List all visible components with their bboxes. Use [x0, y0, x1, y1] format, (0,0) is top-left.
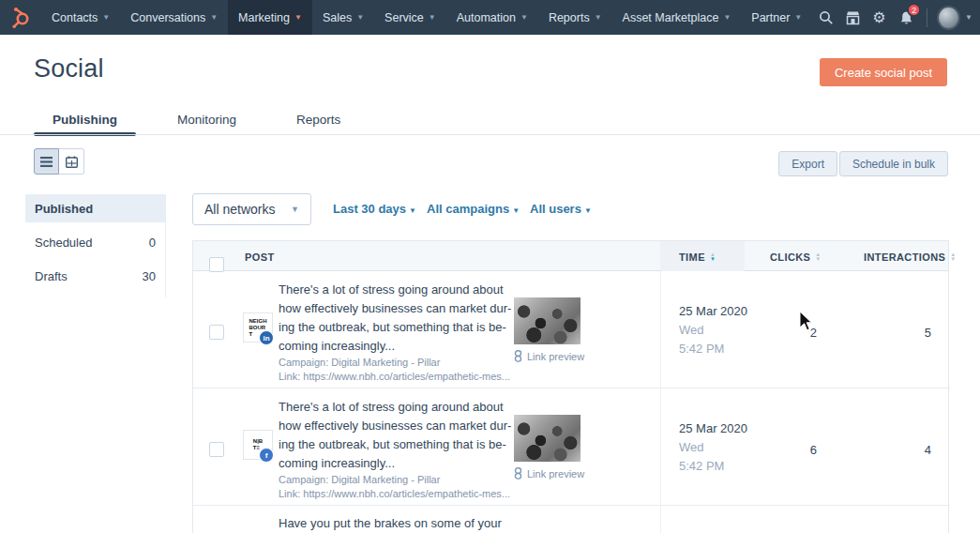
nav-item-conversations[interactable]: Conversations▼: [120, 0, 228, 35]
sort-arrows-icon: ▲▼: [710, 252, 716, 262]
nav-item-reports[interactable]: Reports▼: [538, 0, 612, 35]
post-link: Link: https://www.nbh.co/articles/empath…: [279, 488, 510, 499]
campaigns-filter[interactable]: All campaigns▼: [427, 202, 520, 216]
notifications-bell-icon[interactable]: 2: [893, 0, 920, 35]
list-view-button[interactable]: [34, 148, 59, 175]
link-preview-text: Link preview: [527, 468, 584, 480]
page-title: Social: [34, 54, 104, 84]
column-header-label: INTERACTIONS: [864, 251, 945, 263]
chevron-down-icon: ▼: [512, 206, 520, 215]
chevron-down-icon: ▼: [723, 13, 731, 22]
post-date: 25 Mar 2020: [679, 421, 747, 435]
nav-item-label: Automation: [457, 11, 516, 24]
column-header-clicks[interactable]: CLICKS ▲▼: [770, 241, 822, 272]
column-header-interactions[interactable]: INTERACTIONS ▲▼: [864, 241, 957, 272]
post-text[interactable]: There's a lot of stress going around abo…: [279, 398, 511, 473]
post-text[interactable]: Have you put the brakes on some of your: [279, 516, 502, 530]
chevron-down-icon: ▼: [356, 13, 364, 22]
tab-label: Publishing: [53, 113, 117, 127]
users-filter[interactable]: All users▼: [530, 202, 592, 216]
linkedin-icon: in: [259, 330, 274, 345]
sidebar-item-scheduled[interactable]: Scheduled 0: [25, 228, 165, 256]
tab-bar: Publishing Monitoring Reports: [34, 103, 382, 135]
link-preview-label: Link preview: [514, 467, 584, 480]
table-row[interactable]: N|B T≡ f There's a lot of stress going a…: [193, 388, 950, 506]
chevron-down-icon: ▼: [595, 13, 602, 22]
nav-divider: [927, 8, 927, 27]
top-navigation: Contacts▼ Conversations▼ Marketing▼ Sale…: [0, 0, 980, 35]
link-preview-label: Link preview: [514, 350, 584, 362]
link-preview-text: Link preview: [527, 351, 584, 362]
chevron-down-icon: ▼: [294, 13, 302, 22]
marketplace-icon[interactable]: [839, 0, 867, 35]
networks-filter-select[interactable]: All networks ▼: [192, 193, 311, 225]
nav-item-label: Sales: [323, 11, 352, 24]
nav-item-automation[interactable]: Automation▼: [446, 0, 538, 35]
column-header-post[interactable]: POST: [245, 241, 275, 272]
chevron-down-icon: ▼: [429, 13, 436, 22]
nav-item-service[interactable]: Service▼: [374, 0, 446, 35]
nav-item-label: Marketing: [238, 11, 290, 24]
search-icon[interactable]: [812, 0, 839, 35]
chevron-down-icon: ▼: [102, 13, 110, 22]
nav-item-sales[interactable]: Sales▼: [312, 0, 374, 35]
filter-label: Last 30 days: [333, 202, 406, 216]
networks-filter-value: All networks: [204, 202, 275, 217]
nav-item-label: Contacts: [52, 11, 98, 24]
tab-publishing[interactable]: Publishing: [34, 103, 136, 135]
table-row[interactable]: Have you put the brakes on some of your: [193, 506, 950, 533]
date-range-filter[interactable]: Last 30 days▼: [333, 202, 416, 216]
hubspot-logo-icon[interactable]: [9, 7, 32, 29]
chevron-down-icon: ▼: [794, 13, 802, 22]
post-link: Link: https://www.nbh.co/articles/empath…: [279, 371, 510, 382]
link-preview-thumbnail[interactable]: [514, 297, 580, 344]
nav-item-contacts[interactable]: Contacts▼: [41, 0, 120, 35]
view-toggle: [34, 148, 84, 175]
post-clicks: 2: [756, 326, 817, 340]
sidebar-item-label: Published: [35, 202, 93, 216]
row-checkbox[interactable]: [209, 325, 224, 340]
sidebar-item-drafts[interactable]: Drafts 30: [25, 262, 165, 290]
chevron-down-icon: ▼: [291, 205, 299, 214]
user-avatar[interactable]: [937, 6, 960, 30]
facebook-icon: f: [259, 448, 274, 463]
chevron-down-icon[interactable]: ▼: [965, 13, 972, 22]
post-interactions: 4: [864, 443, 931, 457]
export-button[interactable]: Export: [778, 151, 837, 176]
tab-reports[interactable]: Reports: [278, 103, 359, 135]
calendar-view-icon: [66, 156, 78, 168]
post-day: Wed: [679, 440, 704, 454]
select-all-checkbox[interactable]: [209, 257, 224, 272]
table-row[interactable]: NEIGH BOUR T in There's a lot of stress …: [193, 271, 950, 388]
post-text[interactable]: There's a lot of stress going around abo…: [279, 281, 511, 356]
post-campaign: Campaign: Digital Marketing - Pillar: [279, 357, 440, 368]
calendar-view-button[interactable]: [59, 148, 84, 175]
column-header-time[interactable]: TIME ▲▼: [679, 241, 716, 272]
post-time: 5:42 PM: [679, 342, 724, 356]
notification-count-badge: 2: [907, 3, 921, 17]
tab-monitoring[interactable]: Monitoring: [158, 103, 255, 135]
sidebar-item-label: Drafts: [35, 269, 68, 283]
nav-item-asset-marketplace[interactable]: Asset Marketplace▼: [612, 0, 742, 35]
nav-item-label: Service: [384, 11, 424, 24]
post-campaign: Campaign: Digital Marketing - Pillar: [279, 474, 440, 485]
tab-label: Monitoring: [177, 113, 236, 127]
post-date: 25 Mar 2020: [679, 304, 747, 318]
post-clicks: 6: [756, 443, 817, 457]
link-icon: [514, 350, 522, 362]
chevron-down-icon: ▼: [210, 13, 218, 22]
schedule-in-bulk-button[interactable]: Schedule in bulk: [839, 151, 948, 176]
chevron-down-icon: ▼: [520, 13, 528, 22]
tabs-divider: [0, 134, 980, 135]
sidebar-item-published[interactable]: Published: [25, 194, 165, 222]
link-preview-thumbnail[interactable]: [514, 415, 580, 462]
settings-gear-icon[interactable]: ⚙: [866, 0, 893, 35]
row-checkbox[interactable]: [209, 442, 224, 457]
create-social-post-button[interactable]: Create social post: [820, 58, 947, 86]
nav-item-marketing[interactable]: Marketing▼: [228, 0, 312, 35]
table-header-row: POST TIME ▲▼ CLICKS ▲▼ INTERACTIONS ▲▼: [193, 240, 948, 271]
post-day: Wed: [679, 323, 704, 337]
nav-item-partner[interactable]: Partner▼: [741, 0, 812, 35]
sidebar-item-label: Scheduled: [35, 236, 92, 250]
nav-item-label: Conversations: [130, 11, 205, 24]
